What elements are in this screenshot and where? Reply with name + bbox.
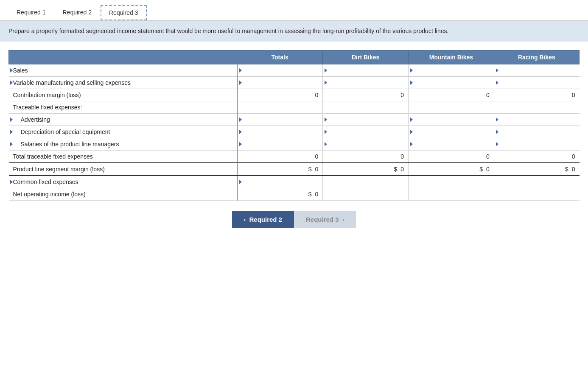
table-row-contribution-margin: Contribution margin (loss)0000 <box>9 89 580 101</box>
col-header-label <box>9 50 237 64</box>
dollar-sign: $ <box>394 166 399 173</box>
prev-button[interactable]: ‹ Required 2 <box>232 211 294 228</box>
cell-segment-margin-col0: $ 0 <box>237 163 323 176</box>
value-segment-margin-col0: 0 <box>315 166 318 173</box>
cell-contribution-margin-col3: 0 <box>494 89 579 101</box>
cell-contribution-margin-col0: 0 <box>237 89 323 101</box>
dollar-sign: $ <box>308 191 314 198</box>
cell-common-fixed-col2 <box>409 176 494 188</box>
cell-arrow-depreciation-3 <box>496 130 498 134</box>
input-sales-col1[interactable] <box>335 67 404 74</box>
row-label-variable-exp: Variable manufacturing and selling expen… <box>9 77 237 89</box>
cell-advertising-col1[interactable] <box>323 114 409 126</box>
cell-sales-col1[interactable] <box>323 64 409 77</box>
page-wrapper: Required 1 Required 2 Required 3 Prepare… <box>0 0 588 385</box>
input-advertising-col0[interactable] <box>249 116 319 123</box>
label-text-advertising: Advertising <box>21 116 50 123</box>
input-variable-exp-col0[interactable] <box>249 79 319 86</box>
cell-traceable-header-col1 <box>323 101 409 114</box>
input-variable-exp-col2[interactable] <box>420 79 490 86</box>
cell-common-fixed-col0[interactable] <box>237 176 323 188</box>
input-variable-exp-col3[interactable] <box>506 79 575 86</box>
cell-segment-margin-col2: $ 0 <box>409 163 494 176</box>
cell-advertising-col0[interactable] <box>237 114 323 126</box>
cell-variable-exp-col1[interactable] <box>323 77 409 89</box>
row-label-sales: Sales <box>9 64 237 77</box>
cell-arrow-depreciation-2 <box>410 130 413 134</box>
input-sales-col2[interactable] <box>420 67 490 74</box>
cell-sales-col2[interactable] <box>409 64 494 77</box>
table-row-salaries: Salaries of the product line managers <box>9 138 580 151</box>
dollar-sign: $ <box>565 166 570 173</box>
instructions-text: Prepare a properly formatted segmented i… <box>0 21 588 42</box>
cell-advertising-col2[interactable] <box>409 114 494 126</box>
table-row-advertising: Advertising <box>9 114 580 126</box>
arrow-indicator-variable-exp <box>10 81 13 85</box>
row-label-advertising: Advertising <box>9 114 237 126</box>
table-row-common-fixed: Common fixed expenses <box>9 176 580 188</box>
input-advertising-col2[interactable] <box>420 116 490 123</box>
cell-depreciation-col0[interactable] <box>237 126 323 138</box>
input-sales-col0[interactable] <box>249 67 319 74</box>
cell-salaries-col0[interactable] <box>237 138 323 151</box>
cell-variable-exp-col3[interactable] <box>494 77 579 89</box>
cell-variable-exp-col2[interactable] <box>409 77 494 89</box>
cell-total-traceable-col2: 0 <box>409 151 494 163</box>
cell-common-fixed-col1 <box>323 176 409 188</box>
cell-salaries-col2[interactable] <box>409 138 494 151</box>
navigation-buttons: ‹ Required 2 Required 3 › <box>0 201 588 238</box>
cell-contribution-margin-col2: 0 <box>409 89 494 101</box>
cell-depreciation-col3[interactable] <box>494 126 579 138</box>
input-depreciation-col0[interactable] <box>249 128 319 135</box>
cell-arrow-depreciation-1 <box>325 130 327 134</box>
cell-arrow-salaries-0 <box>239 142 242 146</box>
tab-required2[interactable]: Required 2 <box>55 5 100 20</box>
cell-traceable-header-col3 <box>494 101 579 114</box>
input-salaries-col0[interactable] <box>249 141 319 148</box>
next-button-label: Required 3 <box>306 216 339 223</box>
cell-salaries-col1[interactable] <box>323 138 409 151</box>
cell-total-traceable-col1: 0 <box>323 151 409 163</box>
tabs-bar: Required 1 Required 2 Required 3 <box>0 0 588 21</box>
tab-required1[interactable]: Required 1 <box>8 5 54 20</box>
income-statement-table: Totals Dirt Bikes Mountain Bikes Racing … <box>8 50 580 201</box>
input-advertising-col1[interactable] <box>335 116 404 123</box>
value-segment-margin-col2: 0 <box>486 166 490 173</box>
row-label-traceable-header: Traceable fixed expenses: <box>9 101 237 114</box>
cell-traceable-header-col2 <box>409 101 494 114</box>
input-salaries-col3[interactable] <box>506 141 575 148</box>
cell-variable-exp-col0[interactable] <box>237 77 323 89</box>
cell-common-fixed-col3 <box>494 176 579 188</box>
cell-net-income-col0: $ 0 <box>237 188 323 201</box>
input-depreciation-col1[interactable] <box>335 128 404 135</box>
input-salaries-col1[interactable] <box>335 141 404 148</box>
row-label-common-fixed: Common fixed expenses <box>9 176 237 188</box>
cell-arrow-variable-exp-0 <box>239 81 242 85</box>
input-variable-exp-col1[interactable] <box>335 79 404 86</box>
input-salaries-col2[interactable] <box>420 141 490 148</box>
cell-advertising-col3[interactable] <box>494 114 579 126</box>
label-text-sales: Sales <box>13 67 28 74</box>
input-sales-col3[interactable] <box>506 67 575 74</box>
table-row-total-traceable: Total traceable fixed expenses0000 <box>9 151 580 163</box>
cell-sales-col3[interactable] <box>494 64 579 77</box>
input-depreciation-col2[interactable] <box>420 128 490 135</box>
input-common-fixed-col0[interactable] <box>249 179 319 185</box>
cell-arrow-advertising-2 <box>410 117 413 122</box>
dollar-sign: $ <box>479 166 484 173</box>
cell-salaries-col3[interactable] <box>494 138 579 151</box>
prev-button-label: Required 2 <box>249 216 282 223</box>
table-row-variable-exp: Variable manufacturing and selling expen… <box>9 77 580 89</box>
cell-arrow-salaries-3 <box>496 142 498 146</box>
col-header-totals: Totals <box>237 50 323 64</box>
cell-sales-col0[interactable] <box>237 64 323 77</box>
next-button[interactable]: Required 3 › <box>294 211 356 228</box>
cell-segment-margin-col1: $ 0 <box>323 163 409 176</box>
tab-required3[interactable]: Required 3 <box>101 5 147 20</box>
arrow-indicator-common-fixed <box>10 180 13 184</box>
cell-depreciation-col2[interactable] <box>409 126 494 138</box>
cell-depreciation-col1[interactable] <box>323 126 409 138</box>
input-advertising-col3[interactable] <box>506 116 575 123</box>
input-depreciation-col3[interactable] <box>506 128 575 135</box>
arrow-indicator-salaries <box>10 142 13 146</box>
